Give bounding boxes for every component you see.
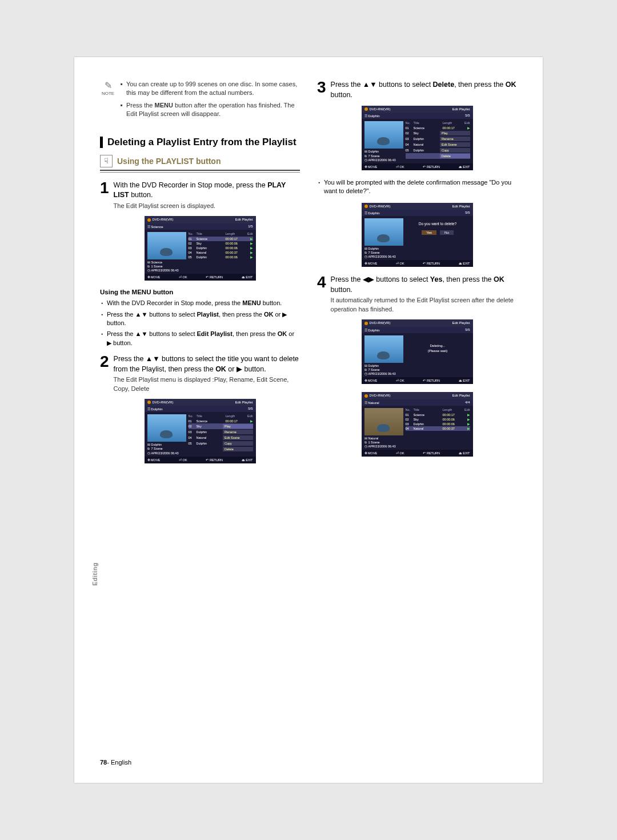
step-2: 2 Press the ▲▼ buttons to select the tit…	[100, 354, 300, 393]
confirm-message: Do you want to delete?	[406, 222, 470, 226]
note-item: You can create up to 999 scenes on one d…	[121, 80, 300, 98]
step-3: 3 Press the ▲▼ buttons to select Delete,…	[317, 80, 517, 100]
note-label: NOTE	[100, 91, 116, 96]
step-number: 1	[100, 181, 109, 210]
no-button: No	[440, 230, 454, 235]
bullet-item: Press the ▲▼ buttons to select Playlist,…	[100, 310, 300, 328]
step-text: Press the ▲▼ buttons to select the title…	[114, 355, 299, 373]
deleting-message: Deleting...(Please wait)	[406, 343, 470, 354]
sub-title: Using the PLAYLIST button	[117, 157, 221, 166]
note-icon: ✎ NOTE	[100, 80, 116, 122]
screenshot-edit-playlist-2: DVD-RW(VR)Edit Playlist ☰ Dolphin5/5 ⊞Do…	[145, 399, 256, 463]
hand-icon: ☟	[100, 155, 113, 167]
thumbnail	[364, 218, 403, 246]
thumbnail	[364, 121, 403, 149]
step-number: 3	[317, 80, 326, 100]
step-subtext: The Edit Playlist menu is displayed :Pla…	[114, 375, 300, 393]
screenshot-after-delete: DVD-RW(VR)Edit Playlist ☰ Natural4/4 ⊞Na…	[362, 392, 473, 457]
thumbnail	[364, 335, 403, 363]
section-title: Deleting a Playlist Entry from the Playl…	[100, 137, 300, 148]
yes-button: Yes	[422, 230, 436, 235]
menu-bullets: With the DVD Recorder in Stop mode, pres…	[100, 299, 300, 347]
screenshot-delete-highlight: DVD-RW(VR)Edit Playlist ☰ Dolphin5/5 ⊞Do…	[362, 106, 473, 170]
step-1: 1 With the DVD Recorder in Stop mode, pr…	[100, 181, 300, 210]
step-number: 4	[317, 275, 326, 314]
sub-title-bar: ☟ Using the PLAYLIST button	[100, 155, 300, 167]
screenshot-confirm-delete: DVD-RW(VR)Edit Playlist ☰ Dolphin5/5 ⊞Do…	[362, 203, 473, 267]
right-bullets: You will be prompted with the delete con…	[317, 178, 517, 196]
bullet-item: Press the ▲▼ buttons to select Edit Play…	[100, 330, 300, 347]
right-column: 3 Press the ▲▼ buttons to select Delete,…	[317, 80, 517, 471]
page-number: 78- English	[100, 759, 131, 766]
note-item: Press the MENU button after the operatio…	[121, 101, 300, 119]
screenshot-deleting: DVD-RW(VR)Edit Playlist ☰ Dolphin5/5 ⊞Do…	[362, 319, 473, 384]
step-text: Press the ◀▶ buttons to select Yes, then…	[331, 275, 504, 294]
side-tab-editing: Editing	[91, 562, 98, 586]
bullet-item: You will be prompted with the delete con…	[317, 178, 517, 196]
note-block: ✎ NOTE You can create up to 999 scenes o…	[100, 80, 300, 122]
menu-subhead: Using the MENU button	[100, 289, 300, 295]
divider-thick	[100, 170, 300, 171]
thumbnail	[364, 408, 403, 435]
pencil-icon: ✎	[100, 80, 116, 91]
step-number: 2	[100, 354, 109, 393]
divider-thin	[100, 172, 300, 173]
step-text: Press the ▲▼ buttons to select Delete, t…	[331, 81, 516, 99]
thumbnail	[147, 414, 186, 442]
step-text: With the DVD Recorder in Stop mode, pres…	[114, 181, 286, 199]
bullet-item: With the DVD Recorder in Stop mode, pres…	[100, 299, 300, 307]
step-subtext: It automatically returned to the Edit Pl…	[331, 296, 517, 314]
screenshot-edit-playlist-1: DVD-RW(VR)Edit Playlist ☰ Science1/5 ⊞Sc…	[145, 216, 256, 281]
manual-page: ✎ NOTE You can create up to 999 scenes o…	[74, 57, 543, 783]
step-4: 4 Press the ◀▶ buttons to select Yes, th…	[317, 275, 517, 314]
left-column: ✎ NOTE You can create up to 999 scenes o…	[100, 80, 300, 471]
thumbnail	[147, 232, 186, 259]
step-subtext: The Edit Playlist screen is displayed.	[114, 202, 300, 210]
